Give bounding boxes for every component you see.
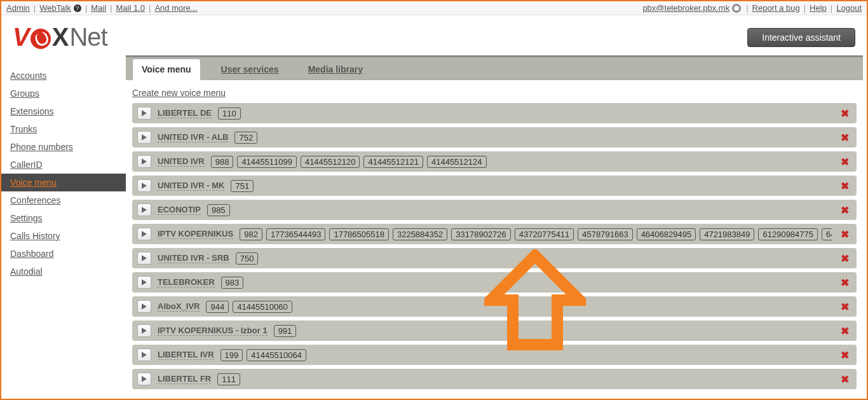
- delete-icon[interactable]: ✖: [838, 228, 851, 240]
- play-icon[interactable]: [137, 131, 151, 144]
- play-icon[interactable]: [137, 228, 151, 240]
- topbar-user[interactable]: pbx@telebroker.pbx.mk: [642, 3, 729, 13]
- sidebar-item-calls-history[interactable]: Calls History: [1, 227, 126, 245]
- gear-icon[interactable]: [732, 4, 741, 13]
- extension-number[interactable]: 43720775411: [515, 228, 574, 240]
- extension-number[interactable]: 46406829495: [637, 228, 696, 240]
- extension-number[interactable]: 61290984775: [758, 228, 818, 240]
- voice-menu-row: ECONOTIP985✖: [132, 200, 857, 220]
- play-icon[interactable]: [137, 373, 151, 385]
- topbar-left: Admin| WebTalk?| Mail| Mail 1.0| And mor…: [6, 3, 198, 13]
- extension-number[interactable]: 41445512124: [427, 156, 487, 168]
- topbar-link-help[interactable]: Help: [810, 3, 827, 13]
- delete-icon[interactable]: ✖: [838, 180, 851, 192]
- tab-media-library[interactable]: Media library: [299, 59, 372, 79]
- voice-menu-name[interactable]: ECONOTIP: [158, 205, 201, 215]
- extension-number[interactable]: 750: [236, 252, 259, 265]
- sidebar-item-autodial[interactable]: Autodial: [1, 263, 126, 280]
- voice-menu-name[interactable]: UNITED IVR - ALB: [158, 132, 228, 142]
- sidebar-item-voice-menu[interactable]: Voice menu: [1, 174, 126, 191]
- delete-icon[interactable]: ✖: [838, 132, 851, 144]
- play-icon[interactable]: [137, 179, 151, 192]
- topbar-link-mail10[interactable]: Mail 1.0: [116, 3, 146, 13]
- voice-menu-numbers: 985: [207, 204, 230, 216]
- extension-number[interactable]: 17786505518: [329, 228, 389, 240]
- interactive-assistant-button[interactable]: Interactive assistant: [747, 28, 855, 47]
- sidebar-item-conferences[interactable]: Conferences: [1, 191, 126, 209]
- extension-number[interactable]: 991: [274, 325, 297, 337]
- play-icon[interactable]: [137, 203, 151, 216]
- extension-number[interactable]: 4578791663: [578, 228, 632, 240]
- delete-icon[interactable]: ✖: [838, 373, 851, 385]
- extension-number[interactable]: 41445512120: [301, 156, 360, 168]
- extension-number[interactable]: 41445511099: [237, 156, 297, 168]
- sidebar: AccountsGroupsExtensionsTrunksPhone numb…: [1, 55, 126, 396]
- sidebar-item-trunks[interactable]: Trunks: [1, 120, 126, 138]
- voice-menu-row: LIBERTEL FR111✖: [132, 369, 857, 389]
- extension-number[interactable]: 944: [206, 301, 229, 313]
- delete-icon[interactable]: ✖: [838, 156, 851, 168]
- extension-number[interactable]: 3225884352: [393, 228, 447, 240]
- sidebar-item-phone-numbers[interactable]: Phone numbers: [1, 138, 126, 156]
- extension-number[interactable]: 4721983849: [700, 228, 754, 240]
- play-icon[interactable]: [137, 276, 151, 289]
- tabs: Voice menuUser servicesMedia library: [126, 57, 863, 80]
- play-icon[interactable]: [137, 155, 151, 168]
- sidebar-item-callerid[interactable]: CallerID: [1, 156, 126, 174]
- sidebar-item-dashboard[interactable]: Dashboard: [1, 245, 126, 263]
- voice-menu-name[interactable]: TELEBROKER: [158, 277, 215, 287]
- delete-icon[interactable]: ✖: [838, 277, 851, 289]
- voice-menu-name[interactable]: UNITED IVR: [158, 156, 205, 167]
- extension-number[interactable]: 199: [220, 349, 243, 361]
- sidebar-item-extensions[interactable]: Extensions: [1, 102, 126, 120]
- voice-menu-name[interactable]: IPTV KOPERNIKUS: [158, 229, 233, 239]
- extension-number[interactable]: 111: [217, 373, 240, 385]
- extension-number[interactable]: 41445512121: [363, 156, 423, 168]
- play-icon[interactable]: [137, 252, 151, 265]
- voice-menu-name[interactable]: LIBERTEL DE: [158, 108, 212, 118]
- play-icon[interactable]: [137, 348, 151, 361]
- delete-icon[interactable]: ✖: [838, 349, 851, 361]
- extension-number[interactable]: 985: [207, 204, 230, 216]
- topbar-right: pbx@telebroker.pbx.mk | Report a bug| He…: [642, 3, 862, 13]
- delete-icon[interactable]: ✖: [838, 325, 851, 337]
- voice-menu-name[interactable]: LIBERTEL IVR: [158, 350, 214, 360]
- voice-menu-name[interactable]: UNITED IVR - SRB: [158, 253, 229, 263]
- voice-menu-name[interactable]: IPTV KOPERNIKUS - Izbor 1: [158, 326, 268, 336]
- sidebar-item-accounts[interactable]: Accounts: [1, 67, 126, 85]
- tab-user-services[interactable]: User services: [212, 59, 288, 79]
- voice-menu-name[interactable]: LIBERTEL FR: [158, 374, 211, 384]
- delete-icon[interactable]: ✖: [838, 204, 851, 216]
- topbar-link-bug[interactable]: Report a bug: [752, 3, 800, 13]
- topbar-link-mail[interactable]: Mail: [91, 3, 106, 13]
- extension-number[interactable]: 751: [231, 180, 254, 192]
- tab-voice-menu[interactable]: Voice menu: [132, 59, 201, 80]
- voice-menu-name[interactable]: AlboX_IVR: [158, 301, 200, 312]
- delete-icon[interactable]: ✖: [838, 252, 851, 265]
- extension-number[interactable]: 988: [211, 156, 234, 168]
- extension-number[interactable]: 110: [218, 107, 241, 120]
- delete-icon[interactable]: ✖: [838, 107, 851, 120]
- topbar-link-more[interactable]: And more...: [154, 3, 197, 13]
- topbar-link-admin[interactable]: Admin: [6, 3, 30, 13]
- content: Create new voice menu LIBERTEL DE110✖UNI…: [126, 80, 863, 389]
- extension-number[interactable]: 982: [240, 228, 262, 240]
- extension-number[interactable]: 6448303347: [822, 228, 832, 240]
- sidebar-item-groups[interactable]: Groups: [1, 85, 126, 102]
- extension-number[interactable]: 41445510060: [233, 301, 292, 313]
- voice-menu-name[interactable]: UNITED IVR - MK: [158, 181, 224, 191]
- delete-icon[interactable]: ✖: [838, 301, 851, 313]
- extension-number[interactable]: 41445510064: [247, 349, 306, 361]
- create-voice-menu-link[interactable]: Create new voice menu: [132, 88, 226, 98]
- extension-number[interactable]: 33178902726: [451, 228, 511, 240]
- extension-number[interactable]: 983: [221, 277, 244, 289]
- play-icon[interactable]: [137, 324, 151, 337]
- topbar-link-webtalk[interactable]: WebTalk: [39, 3, 71, 13]
- play-icon[interactable]: [137, 300, 151, 313]
- voice-menu-numbers: 983: [221, 277, 244, 289]
- sidebar-item-settings[interactable]: Settings: [1, 209, 126, 227]
- topbar-link-logout[interactable]: Logout: [836, 3, 862, 13]
- play-icon[interactable]: [137, 107, 151, 120]
- extension-number[interactable]: 17736544493: [266, 228, 326, 240]
- extension-number[interactable]: 752: [234, 132, 257, 144]
